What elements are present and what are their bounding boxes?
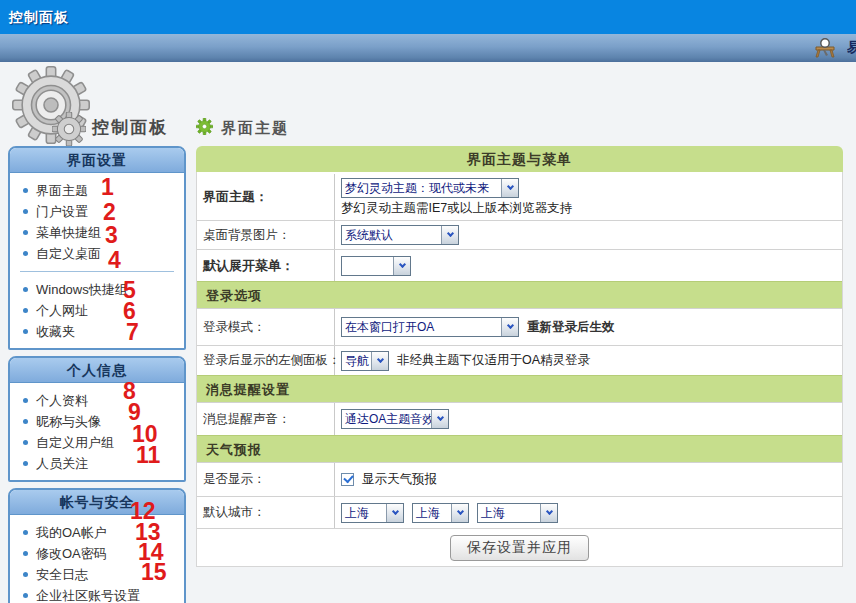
panel-header: 界面主题与菜单 xyxy=(196,146,843,172)
login-mode-note: 重新登录后生效 xyxy=(527,319,615,336)
bullet-icon xyxy=(23,209,28,214)
bullet-icon xyxy=(23,188,28,193)
bullet-icon xyxy=(23,329,28,334)
left-panel-select[interactable]: 导航 xyxy=(341,351,389,371)
form-row-login-mode: 登录模式： 在本窗口打开OA 重新登录后生效 xyxy=(197,308,842,345)
bullet-icon xyxy=(23,230,28,235)
weather-show-checkbox[interactable] xyxy=(341,473,354,486)
chevron-down-icon xyxy=(386,504,403,522)
bullet-icon xyxy=(23,593,28,598)
city-label: 默认城市： xyxy=(197,497,335,528)
default-menu-select[interactable] xyxy=(341,256,411,276)
content-heading: 界面主题 xyxy=(196,118,289,139)
weather-show-checkbox-label: 显示天气预报 xyxy=(362,471,437,488)
form-row-wallpaper: 桌面背景图片： 系统默认 xyxy=(197,220,842,249)
sidebar-divider xyxy=(20,271,174,272)
form-row-save: 保存设置并应用 xyxy=(197,528,842,566)
toolbar-partial-label: 易 xyxy=(847,39,856,57)
sidebar-item-personal-urls[interactable]: 个人网址 xyxy=(10,300,184,321)
small-gear-icon xyxy=(52,112,86,150)
bullet-icon xyxy=(23,287,28,292)
chevron-down-icon xyxy=(451,504,468,522)
save-button[interactable]: 保存设置并应用 xyxy=(450,535,589,561)
sidebar-item-nickname-avatar[interactable]: 昵称与头像 xyxy=(10,411,184,432)
city-select-province[interactable]: 上海 xyxy=(341,503,404,523)
bullet-icon xyxy=(23,440,28,445)
section-header-message: 消息提醒设置 xyxy=(197,375,842,402)
toolbar: 易 xyxy=(0,34,856,62)
bullet-icon xyxy=(23,398,28,403)
chevron-down-icon xyxy=(431,410,448,428)
city-select-city[interactable]: 上海 xyxy=(412,503,469,523)
window-title: 控制面板 xyxy=(9,9,69,25)
annotation-number: 4 xyxy=(108,249,121,272)
login-mode-select[interactable]: 在本窗口打开OA xyxy=(341,317,519,337)
annotation-number: 1 xyxy=(101,176,114,199)
green-gear-icon xyxy=(196,118,213,139)
sidebar-item-community-account[interactable]: 企业社区账号设置 xyxy=(10,585,184,603)
msg-sound-label: 消息提醒声音： xyxy=(197,403,335,435)
content-title: 界面主题 xyxy=(221,119,289,138)
form-row-theme: 界面主题： 梦幻灵动主题：现代或未来 梦幻灵动主题需IE7或以上版本浏览器支持 xyxy=(197,172,842,220)
sidebar-item-personal-profile[interactable]: 个人资料 xyxy=(10,390,184,411)
bullet-icon xyxy=(23,461,28,466)
msg-sound-select[interactable]: 通达OA主题音效 xyxy=(341,409,449,429)
sidebar-section-title: 帐号与安全 xyxy=(10,490,184,515)
sidebar-item-menu-shortcut-group[interactable]: 菜单快捷组 xyxy=(10,222,184,243)
default-menu-label: 默认展开菜单： xyxy=(197,250,335,281)
sidebar-item-favorites[interactable]: 收藏夹 xyxy=(10,321,184,342)
sidebar-section-title: 界面设置 xyxy=(10,148,184,173)
control-panel-window: 控制面板 易 xyxy=(0,0,856,603)
wallpaper-label: 桌面背景图片： xyxy=(197,221,335,249)
sidebar-section-title: 个人信息 xyxy=(10,358,184,383)
login-mode-label: 登录模式： xyxy=(197,309,335,345)
theme-select[interactable]: 梦幻灵动主题：现代或未来 xyxy=(341,178,519,198)
chevron-down-icon xyxy=(501,318,518,336)
bullet-icon xyxy=(23,530,28,535)
weather-show-label: 是否显示： xyxy=(197,463,335,496)
theme-label: 界面主题： xyxy=(197,174,335,220)
form-row-city: 默认城市： 上海 上海 上海 xyxy=(197,496,842,528)
sidebar-item-windows-shortcut-group[interactable]: Windows快捷组 xyxy=(10,279,184,300)
form-row-left-panel: 登录后显示的左侧面板： 导航 非经典主题下仅适用于OA精灵登录 xyxy=(197,345,842,375)
annotation-number: 15 xyxy=(141,561,167,584)
city-select-district[interactable]: 上海 xyxy=(477,503,558,523)
section-header-login: 登录选项 xyxy=(197,281,842,308)
sidebar-item-custom-desktop[interactable]: 自定义桌面 xyxy=(10,243,184,264)
form-row-weather-show: 是否显示： 显示天气预报 xyxy=(197,462,842,496)
annotation-number: 7 xyxy=(126,321,139,344)
wallpaper-select[interactable]: 系统默认 xyxy=(341,225,459,245)
bullet-icon xyxy=(23,572,28,577)
annotation-number: 3 xyxy=(105,224,118,247)
settings-panel: 界面主题与菜单 界面主题： 梦幻灵动主题：现代或未来 梦幻灵动主题需IE7或以上… xyxy=(196,146,843,567)
chevron-down-icon xyxy=(540,504,557,522)
form-row-msg-sound: 消息提醒声音： 通达OA主题音效 xyxy=(197,402,842,435)
titlebar: 控制面板 xyxy=(0,0,856,34)
theme-note: 梦幻灵动主题需IE7或以上版本浏览器支持 xyxy=(341,200,572,217)
sidebar-item-interface-theme[interactable]: 界面主题 xyxy=(10,180,184,201)
annotation-number: 11 xyxy=(136,444,160,467)
chevron-down-icon xyxy=(393,257,410,275)
search-user-icon[interactable] xyxy=(814,38,836,58)
annotation-number: 2 xyxy=(103,201,116,224)
chevron-down-icon xyxy=(371,352,388,370)
sidebar-item-portal-settings[interactable]: 门户设置 xyxy=(10,201,184,222)
form-row-default-menu: 默认展开菜单： xyxy=(197,249,842,281)
bullet-icon xyxy=(23,419,28,424)
bullet-icon xyxy=(23,251,28,256)
left-panel-label: 登录后显示的左侧面板： xyxy=(197,346,335,375)
sidebar-section-interface: 界面设置 界面主题 门户设置 菜单快捷组 自定义桌面 xyxy=(8,146,186,350)
page-title: 控制面板 xyxy=(92,116,168,139)
left-panel-note: 非经典主题下仅适用于OA精灵登录 xyxy=(397,352,590,369)
bullet-icon xyxy=(23,551,28,556)
chevron-down-icon xyxy=(441,226,458,244)
chevron-down-icon xyxy=(501,179,518,197)
bullet-icon xyxy=(23,308,28,313)
section-header-weather: 天气预报 xyxy=(197,435,842,462)
